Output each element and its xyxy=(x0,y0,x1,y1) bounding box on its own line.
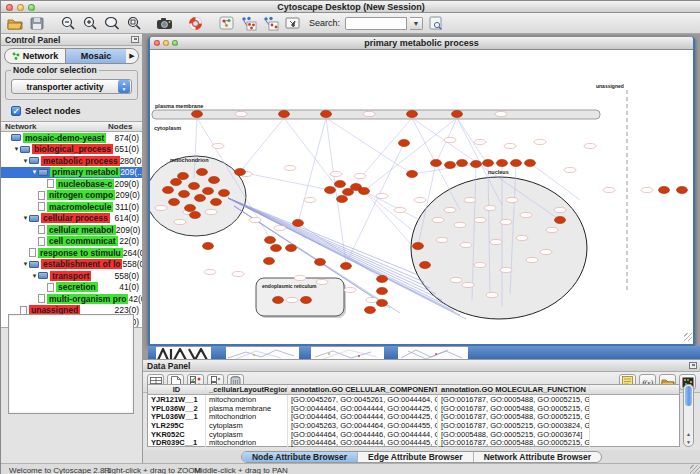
tree-row[interactable]: ▼establishment of lo558(0) xyxy=(1,259,142,271)
node-label-pill[interactable] xyxy=(520,212,532,217)
node-label-pill[interactable] xyxy=(490,239,502,244)
graph-node[interactable] xyxy=(659,186,670,193)
open-file-icon[interactable] xyxy=(5,15,24,32)
data-panel-float-icon[interactable] xyxy=(689,362,697,369)
graph-node[interactable] xyxy=(178,172,189,179)
graph-node[interactable] xyxy=(235,168,246,175)
node-label-pill[interactable] xyxy=(204,269,216,274)
node-label-pill[interactable] xyxy=(316,279,328,284)
graph-node[interactable] xyxy=(293,219,304,226)
expand-arrow-icon[interactable]: ▼ xyxy=(31,169,38,175)
tree-row[interactable]: ▼cellular process614(0) xyxy=(1,213,142,225)
graph-node[interactable] xyxy=(452,110,463,117)
graph-node[interactable] xyxy=(471,160,482,167)
graph-node[interactable] xyxy=(279,110,290,117)
table-row[interactable]: YKR052Ccytoplasm[GO:0044464, GO:0044446,… xyxy=(148,430,679,439)
tree-row[interactable]: ▼primary metabol209(... xyxy=(1,167,142,179)
node-label-pill[interactable] xyxy=(460,242,472,247)
graph-node[interactable] xyxy=(264,257,275,264)
tree-row[interactable]: response to stimulu264(0) xyxy=(1,247,142,259)
node-label-pill[interactable] xyxy=(464,197,476,202)
column-header[interactable]: _cellularLayoutRegion xyxy=(206,385,288,394)
graph-node[interactable] xyxy=(420,261,431,268)
background-window-edge[interactable] xyxy=(299,346,311,359)
save-session-icon[interactable] xyxy=(27,15,46,32)
node-label-pill[interactable] xyxy=(546,227,558,232)
node-color-dropdown[interactable]: transporter activity ▲▼ xyxy=(11,79,132,94)
expand-arrow-icon[interactable]: ▼ xyxy=(22,215,29,221)
expand-arrow-icon[interactable]: ▼ xyxy=(22,158,29,164)
node-label-pill[interactable] xyxy=(330,171,342,176)
graph-node[interactable] xyxy=(407,110,418,117)
window-resize-grip[interactable] xyxy=(690,465,700,474)
background-window-fragment[interactable] xyxy=(226,346,299,359)
graph-edge[interactable] xyxy=(364,118,457,191)
graph-node[interactable] xyxy=(377,299,388,306)
graph-node[interactable] xyxy=(457,159,468,166)
tab-node-attribute-browser[interactable]: Node Attribute Browser xyxy=(242,452,357,462)
node-label-pill[interactable] xyxy=(212,143,224,148)
graph-node[interactable] xyxy=(286,244,297,251)
tab-mosaic[interactable]: Mosaic xyxy=(65,49,126,63)
node-label-pill[interactable] xyxy=(484,205,496,210)
graph-node[interactable] xyxy=(555,216,566,223)
column-header[interactable]: annotation.GO MOLECULAR_FUNCTION xyxy=(438,385,590,394)
node-label-pill[interactable] xyxy=(294,275,306,280)
graph-edge[interactable] xyxy=(240,172,330,190)
node-label-pill[interactable] xyxy=(344,287,356,292)
graph-node[interactable] xyxy=(359,187,370,194)
scrollbar-buttons[interactable]: ▲▼ xyxy=(684,430,693,446)
graph-node[interactable] xyxy=(407,170,418,177)
canvas-resize-grip[interactable] xyxy=(684,333,692,341)
tree-row[interactable]: secretion41(0) xyxy=(1,282,142,294)
graph-node[interactable] xyxy=(413,242,424,249)
graph-node[interactable] xyxy=(399,139,410,146)
advanced-search-icon[interactable] xyxy=(426,15,445,32)
node-label-pill[interactable] xyxy=(504,143,516,148)
graph-node[interactable] xyxy=(377,275,388,282)
tree-row[interactable]: ▼transport558(0) xyxy=(1,270,142,282)
tree-row[interactable]: macromolecule311(0) xyxy=(1,201,142,213)
graph-node[interactable] xyxy=(271,244,282,251)
graph-node[interactable] xyxy=(265,236,276,243)
node-label-pill[interactable] xyxy=(444,207,456,212)
table-row[interactable]: YLR295Ccytoplasm[GO:0045263, GO:0044464,… xyxy=(148,421,679,430)
node-label-pill[interactable] xyxy=(564,167,576,172)
graph-node[interactable] xyxy=(315,258,326,265)
node-label-pill[interactable] xyxy=(286,297,298,302)
tab-network[interactable]: Network xyxy=(5,49,65,63)
background-window-edge[interactable] xyxy=(211,346,226,359)
graph-node[interactable] xyxy=(497,159,508,166)
node-label-pill[interactable] xyxy=(526,257,538,262)
tab-network-attribute-browser[interactable]: Network Attribute Browser xyxy=(473,452,601,462)
graph-node[interactable] xyxy=(301,296,312,303)
node-label-pill[interactable] xyxy=(414,197,426,202)
graph-node[interactable] xyxy=(341,262,352,269)
node-label-pill[interactable] xyxy=(603,187,615,192)
node-label-pill[interactable] xyxy=(474,217,486,222)
zoom-selected-region-icon[interactable] xyxy=(124,15,143,32)
tree-row[interactable]: ▼biological_process651(0) xyxy=(1,144,142,156)
overview-window-fragment[interactable] xyxy=(156,346,211,359)
network-overview-icon[interactable] xyxy=(217,15,236,32)
graph-edge[interactable] xyxy=(412,164,476,174)
column-header[interactable]: annotation.GO CELLULAR_COMPONENT xyxy=(288,385,438,394)
expand-arrow-icon[interactable]: ▼ xyxy=(22,261,29,267)
tree-row[interactable]: mosaic-demo-yeast874(0) xyxy=(1,132,142,144)
graph-node[interactable] xyxy=(192,110,203,117)
zoom-out-icon[interactable] xyxy=(58,15,77,32)
node-label-pill[interactable] xyxy=(534,139,546,144)
graph-node[interactable] xyxy=(163,186,174,193)
table-scrollbar[interactable]: ▲▼ xyxy=(683,384,694,447)
network-canvas[interactable]: plasma membranecytoplasmmitochondrionnuc… xyxy=(150,50,693,342)
tab-edge-attribute-browser[interactable]: Edge Attribute Browser xyxy=(357,452,473,462)
graph-node[interactable] xyxy=(203,187,214,194)
node-label-pill[interactable] xyxy=(366,297,378,302)
graph-node[interactable] xyxy=(377,287,388,294)
graph-edge[interactable] xyxy=(298,118,326,223)
node-label-pill[interactable] xyxy=(486,292,498,297)
node-label-pill[interactable] xyxy=(500,267,512,272)
graph-node[interactable] xyxy=(203,242,214,249)
background-window-edge[interactable] xyxy=(468,346,700,359)
table-row[interactable]: YJR121W__1mitochondrion[GO:0045267, GO:0… xyxy=(148,395,679,404)
